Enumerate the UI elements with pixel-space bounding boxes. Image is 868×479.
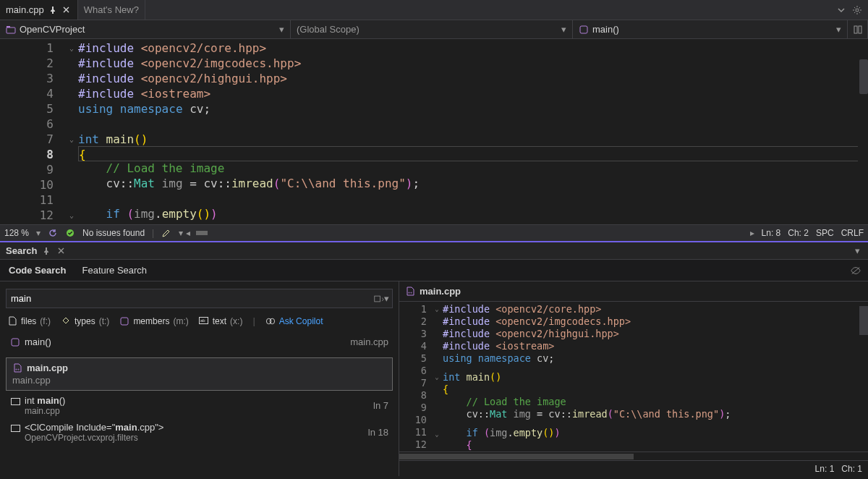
preview-toggle-icon[interactable]: [851, 266, 861, 276]
pin-icon[interactable]: [48, 5, 58, 15]
search-preview-pane: ++ main.cpp 12345678910111213 ⌄⌄⌄ #inclu…: [399, 281, 868, 476]
outline-gutter: ⌄⌄⌄: [431, 302, 443, 452]
search-input[interactable]: [11, 293, 374, 304]
cursor-col[interactable]: Ch: 2: [788, 228, 809, 238]
cpp-file-icon: ++: [12, 363, 22, 373]
chevron-down-icon: ▾: [836, 24, 841, 35]
scrollbar-vertical[interactable]: [858, 39, 868, 224]
fold-toggle[interactable]: ⌄: [65, 132, 78, 147]
code-editor[interactable]: 123456789101112 ⌄⌄⌄ #include <opencv2/co…: [0, 39, 868, 224]
fold-toggle[interactable]: [65, 192, 78, 208]
close-icon[interactable]: [61, 5, 72, 15]
svg-rect-17: [11, 425, 20, 431]
filter-types[interactable]: types(t:): [61, 316, 109, 326]
tab-label: main.cpp: [6, 4, 44, 15]
fold-toggle[interactable]: ⌄: [65, 208, 78, 223]
split-editor-button[interactable]: [848, 20, 868, 38]
fold-toggle[interactable]: ⌄: [431, 303, 443, 315]
fold-toggle[interactable]: ⌄: [431, 428, 443, 441]
check-icon: [65, 228, 75, 238]
scrollbar-thumb[interactable]: [859, 306, 868, 335]
pin-icon[interactable]: [41, 246, 51, 256]
filter-members[interactable]: members(m:): [119, 316, 188, 326]
brush-icon[interactable]: [161, 228, 171, 238]
result-function[interactable]: int main() main.cpp ln 7: [6, 391, 393, 417]
fold-toggle[interactable]: [65, 177, 78, 192]
navigation-scope-bar: OpenCVProject ▾ (Global Scope) ▾ main() …: [0, 20, 868, 39]
copilot-icon: [265, 316, 276, 326]
tab-code-search[interactable]: Code Search: [9, 260, 66, 281]
gear-icon[interactable]: [852, 5, 862, 15]
line-ending-mode[interactable]: CRLF: [841, 228, 864, 238]
scope-namespace[interactable]: (Global Scope) ▾: [291, 20, 573, 38]
scrollbar-thumb[interactable]: [196, 231, 208, 235]
scrollbar-vertical[interactable]: [858, 302, 868, 452]
cursor-line[interactable]: Ln: 8: [762, 228, 781, 238]
fold-toggle[interactable]: [65, 116, 78, 132]
file-icon: [7, 316, 17, 326]
scrollbar-horizontal[interactable]: [399, 452, 868, 460]
result-xml[interactable]: <ClCompile Include="main.cpp"> OpenCVPro…: [6, 417, 393, 444]
tab-main-cpp[interactable]: main.cpp: [0, 0, 78, 20]
preview-header: ++ main.cpp: [399, 281, 868, 302]
refresh-icon[interactable]: [48, 228, 58, 238]
issues-status[interactable]: No issues found: [82, 228, 145, 238]
scrollbar-horizontal[interactable]: ◂: [196, 229, 341, 237]
fold-toggle[interactable]: [65, 101, 78, 116]
filter-text[interactable]: ab text(x:): [199, 316, 243, 326]
chevron-down-icon[interactable]: ▾: [384, 293, 389, 304]
scrollbar-thumb[interactable]: [859, 59, 868, 94]
fold-toggle[interactable]: [431, 360, 443, 371]
fold-toggle[interactable]: [431, 406, 443, 417]
fold-toggle[interactable]: ⌄: [65, 41, 78, 56]
code-area[interactable]: #include <opencv2/core.hpp>#include <ope…: [443, 302, 868, 452]
scope-label: main(): [592, 24, 833, 35]
fold-toggle[interactable]: [65, 147, 78, 162]
filter-files[interactable]: files(f:): [7, 316, 51, 326]
preview-editor[interactable]: 12345678910111213 ⌄⌄⌄ #include <opencv2/…: [399, 302, 868, 452]
fold-toggle[interactable]: [65, 86, 78, 101]
scope-label: (Global Scope): [297, 24, 558, 35]
scope-function[interactable]: main() ▾: [573, 20, 848, 38]
fold-toggle[interactable]: [431, 326, 443, 337]
fold-toggle[interactable]: [65, 56, 78, 71]
svg-text:++: ++: [408, 290, 412, 294]
chevron-down-icon[interactable]: ▾: [852, 246, 862, 256]
zoom-dropdown-icon[interactable]: ▾: [36, 228, 41, 238]
chevron-down-icon[interactable]: ▾: [179, 228, 183, 238]
fold-toggle[interactable]: [431, 383, 443, 394]
document-tabs: main.cpp What's New?: [0, 0, 868, 20]
fold-toggle[interactable]: [431, 349, 443, 360]
fold-toggle[interactable]: [431, 441, 443, 452]
scope-project[interactable]: OpenCVProject ▾: [0, 20, 291, 38]
fold-toggle[interactable]: [431, 394, 443, 405]
svg-rect-14: [12, 339, 19, 346]
fold-toggle[interactable]: [431, 315, 443, 326]
ask-copilot-button[interactable]: Ask Copilot: [265, 316, 323, 326]
svg-text:ab: ab: [200, 318, 205, 323]
outline-gutter: ⌄⌄⌄: [65, 39, 78, 224]
tab-whats-new[interactable]: What's New?: [78, 0, 145, 20]
close-icon[interactable]: [56, 246, 66, 256]
result-symbol[interactable]: main() main.cpp: [6, 334, 393, 350]
chevron-down-icon[interactable]: [836, 5, 846, 15]
cpp-file-icon: ++: [405, 287, 415, 297]
indent-mode[interactable]: SPC: [816, 228, 834, 238]
types-icon: [61, 316, 71, 326]
scrollbar-thumb[interactable]: [399, 454, 634, 459]
fold-toggle[interactable]: [65, 71, 78, 86]
result-file-card[interactable]: ++ main.cpp main.cpp: [6, 357, 393, 391]
zoom-level[interactable]: 128 %: [4, 228, 29, 238]
fold-toggle[interactable]: [65, 162, 78, 177]
scope-label: OpenCVProject: [20, 24, 276, 35]
svg-point-0: [856, 9, 859, 12]
dropdown-icon[interactable]: [374, 294, 384, 304]
fold-toggle[interactable]: [431, 417, 443, 428]
text-match-icon: [10, 397, 20, 407]
code-area[interactable]: #include <opencv2/core.hpp>#include <ope…: [78, 39, 868, 224]
fold-toggle[interactable]: [431, 338, 443, 349]
tab-feature-search[interactable]: Feature Search: [82, 260, 147, 281]
fold-toggle[interactable]: ⌄: [431, 371, 443, 383]
nav-forward-icon[interactable]: ▸: [750, 228, 754, 238]
svg-rect-5: [859, 26, 861, 33]
